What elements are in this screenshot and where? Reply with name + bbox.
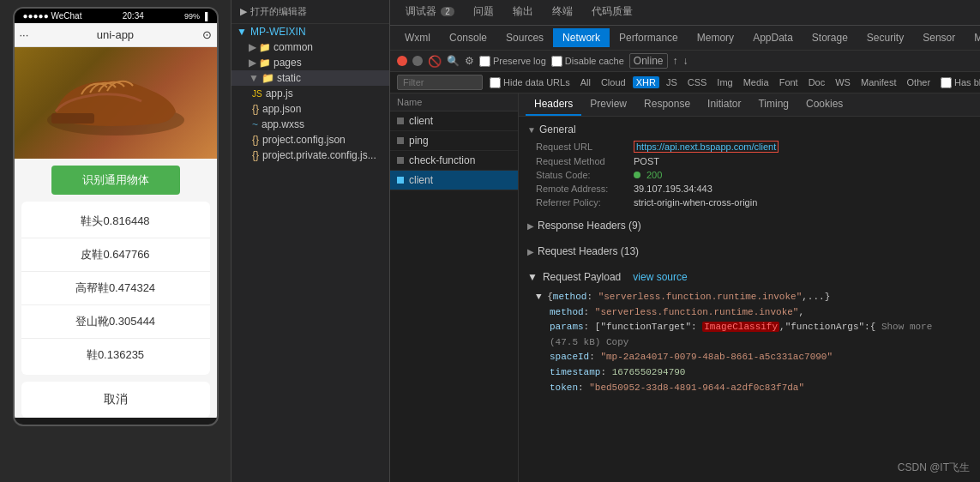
tree-item-project-config[interactable]: {} project.config.json [231,132,389,148]
filter-font[interactable]: Font [776,76,802,88]
filter-media[interactable]: Media [740,76,773,88]
result-item-1: 鞋头0.816448 [21,205,210,238]
payload-line-6: token: "bed50952-33d8-4891-9644-a2df0c83… [536,381,963,396]
tab-network[interactable]: Network [553,28,610,47]
record-button[interactable] [397,56,407,66]
result-item-5: 鞋0.136235 [21,339,210,371]
project-label: MP-WEIXIN [250,26,306,38]
filter-js[interactable]: JS [663,76,681,88]
detail-tab-headers[interactable]: Headers [526,93,581,116]
request-url-value[interactable]: https://api.next.bspapp.com/client [634,141,779,153]
request-headers-header[interactable]: ▶ Request Headers (13) [527,242,971,261]
tab-sensor[interactable]: Sensor [913,28,965,47]
tree-item-appjs[interactable]: JS app.js [231,86,389,101]
tree-item-static[interactable]: ▼ 📁 static [231,70,389,86]
request-item-client-2[interactable]: client [390,171,518,190]
tree-item-common[interactable]: ▶ 📁 common [231,39,389,55]
status-dot [634,172,640,178]
tab-console[interactable]: Console [440,28,496,47]
phone-image-area [15,47,217,159]
type-filters: All Cloud XHR JS CSS Img Media Font Doc … [577,76,934,88]
file-tree-panel: ▶ 打开的编辑器 ▼ MP-WEIXIN ▶ 📁 common ▶ 📁 page… [231,0,390,482]
tab-wxml[interactable]: Wxml [395,28,440,47]
filter-doc[interactable]: Doc [805,76,829,88]
tab-memory[interactable]: Memory [688,28,743,47]
preserve-log-label[interactable]: Preserve log [479,56,546,67]
import-icon[interactable]: ↑ [673,55,678,67]
detail-tab-timing[interactable]: Timing [749,93,797,116]
tab-issues[interactable]: 问题 [465,0,502,25]
export-icon[interactable]: ↓ [683,55,688,67]
watermark: CSDN @IT飞生 [898,461,970,475]
stop-record-button[interactable] [412,56,423,66]
detail-tab-cookies[interactable]: Cookies [797,93,851,116]
tree-label-appjs: app.js [266,87,293,99]
view-source-link[interactable]: view source [633,271,687,283]
request-headers-section: ▶ Request Headers (13) [519,238,980,264]
detail-tab-response[interactable]: Response [635,93,699,116]
filter-css[interactable]: CSS [684,76,711,88]
referrer-policy-value: strict-origin-when-cross-origin [634,197,757,208]
tree-item-project-private[interactable]: {} project.private.config.js... [231,148,389,163]
request-headers-arrow: ▶ [527,247,534,256]
tree-label-project-config: project.config.json [262,134,346,146]
folder-icon-pages: 📁 [259,57,271,69]
general-section: ▼ General Request URL https://api.next.b… [519,117,980,213]
filter-manifest[interactable]: Manifest [857,76,900,88]
phone-back-icon[interactable]: ··· [20,28,29,41]
chevron-right-icon-common: ▶ [249,41,256,53]
disable-cache-label[interactable]: Disable cache [551,56,624,67]
response-headers-header[interactable]: ▶ Response Headers (9) [527,216,971,235]
filter-input[interactable] [397,75,483,90]
general-header[interactable]: ▼ General [527,120,971,139]
phone-home-icon[interactable]: ⊙ [202,28,212,41]
tab-performance[interactable]: Performance [610,28,688,47]
tab-code-quality[interactable]: 代码质量 [583,0,641,25]
open-editors-header[interactable]: ▶ 打开的编辑器 [231,0,389,24]
status-code-row: Status Code: 200 [527,168,971,182]
filter-cloud[interactable]: Cloud [598,76,629,88]
tab-output[interactable]: 输出 [504,0,542,25]
hide-data-urls-checkbox[interactable] [490,77,501,88]
online-select[interactable]: Online [629,53,668,69]
filter-icon[interactable]: ⚙ [465,55,474,67]
tree-item-pages[interactable]: ▶ 📁 pages [231,55,389,70]
identify-button[interactable]: 识别通用物体 [51,166,180,195]
filter-img[interactable]: Img [713,76,736,88]
phone-frame: ●●●●● WeChat 20:34 99% ▐ ··· uni-app ⊙ [13,7,219,426]
hide-data-urls-label[interactable]: Hide data URLs [490,77,570,88]
search-icon[interactable]: 🔍 [447,55,460,67]
detail-tab-initiator[interactable]: Initiator [699,93,749,116]
blocked-cookies-checkbox[interactable] [941,77,952,88]
network-tab-bar: Wxml Console Sources Network Performance… [390,26,980,51]
tree-item-appwxss[interactable]: ~ app.wxss [231,117,389,132]
tree-item-appjson[interactable]: {} app.json [231,101,389,117]
filter-all[interactable]: All [577,76,594,88]
tab-sources[interactable]: Sources [496,28,553,47]
blocked-cookies-label[interactable]: Has blocked cookies [941,77,980,88]
referrer-policy-label: Referrer Policy: [536,197,630,208]
tab-appdata[interactable]: AppData [743,28,803,47]
filter-other[interactable]: Other [904,76,935,88]
clear-icon[interactable]: 🚫 [428,55,442,68]
request-item-client-1[interactable]: client [390,111,518,131]
preserve-log-checkbox[interactable] [479,56,490,67]
cancel-button[interactable]: 取消 [21,382,210,418]
request-url-row: Request URL https://api.next.bspapp.com/… [527,139,971,154]
payload-line-5: timestamp: 1676550294790 [536,365,963,381]
tab-debugger[interactable]: 调试器 2 [397,0,463,25]
payload-header[interactable]: ▼ Request Payload view source [527,268,971,286]
tab-security[interactable]: Security [857,28,913,47]
request-item-ping[interactable]: ping [390,131,518,151]
tab-mock[interactable]: Mock [965,28,980,47]
project-root[interactable]: ▼ MP-WEIXIN [231,24,389,39]
disable-cache-checkbox[interactable] [551,56,562,67]
tab-storage[interactable]: Storage [803,28,857,47]
filter-ws[interactable]: WS [832,76,854,88]
tab-terminal[interactable]: 终端 [544,0,581,25]
payload-line-4: spaceId: "mp-2a2a4017-0079-48ab-8661-a5c… [536,350,963,365]
tree-label-common: common [274,41,313,53]
request-item-check[interactable]: check-function [390,151,518,171]
detail-tab-preview[interactable]: Preview [581,93,635,116]
filter-xhr[interactable]: XHR [633,76,659,88]
